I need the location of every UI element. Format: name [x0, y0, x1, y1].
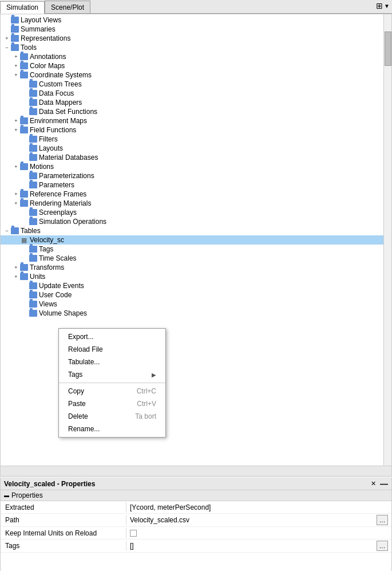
tree-item-material-databases[interactable]: Material Databases: [1, 153, 383, 162]
tree-item-velocity-scaled[interactable]: ▦Velocity_sc: [1, 235, 383, 245]
ctx-label: Tags: [68, 371, 82, 379]
tree-item-reference-frames[interactable]: +Reference Frames: [1, 190, 383, 199]
tree-item-filters[interactable]: Filters: [1, 135, 383, 144]
tree-item-label: Representations: [21, 34, 70, 42]
no-expand: [21, 245, 29, 253]
expand-icon[interactable]: +: [12, 190, 20, 198]
tab-simulation-label: Simulation: [6, 3, 38, 11]
expand-icon[interactable]: +: [12, 117, 20, 125]
tree-item-user-code[interactable]: User Code: [1, 290, 383, 300]
tree-item-data-focus[interactable]: Data Focus: [1, 89, 383, 98]
section-collapse-icon[interactable]: ▬: [4, 493, 9, 498]
tree-item-parameterizations[interactable]: Parameterizations: [1, 171, 383, 180]
tree-item-volume-shapes[interactable]: Volume Shapes: [1, 309, 383, 318]
folder-icon: [29, 81, 37, 88]
context-menu-item-4[interactable]: CopyCtrl+C: [59, 385, 165, 397]
properties-title: Velocity_scaled - Properties: [4, 480, 369, 488]
tree-item-tables[interactable]: −Tables: [1, 226, 383, 235]
context-menu-item-5[interactable]: PasteCtrl+V: [59, 397, 165, 410]
tree-icon[interactable]: ⊞: [376, 1, 383, 10]
tree-item-layouts[interactable]: Layouts: [1, 144, 383, 153]
tree-item-label: Volume Shapes: [39, 309, 87, 317]
tab-simulation[interactable]: Simulation: [0, 1, 45, 14]
tree-item-annotations[interactable]: +Annotations: [1, 52, 383, 61]
folder-icon: [29, 310, 37, 317]
no-expand: [21, 181, 29, 189]
tree-item-screenplays[interactable]: Screenplays: [1, 208, 383, 217]
folder-icon: [29, 154, 37, 161]
tree-item-custom-trees[interactable]: Custom Trees: [1, 80, 383, 89]
expand-icon[interactable]: +: [12, 273, 20, 281]
tree-item-transforms[interactable]: +Transforms: [1, 263, 383, 272]
no-expand: [21, 208, 29, 216]
folder-icon: [29, 108, 37, 115]
expand-icon[interactable]: +: [12, 53, 20, 61]
folder-icon: [29, 136, 37, 143]
collapse-icon[interactable]: −: [3, 44, 11, 52]
tree-item-label: Velocity_sc: [30, 236, 64, 244]
folder-icon: [29, 255, 37, 262]
tree-item-label: Coordinate Systems: [30, 71, 92, 79]
tree-item-data-mappers[interactable]: Data Mappers: [1, 98, 383, 107]
ctx-shortcut: Ctrl+C: [137, 387, 156, 395]
context-menu-item-3[interactable]: Tags▶: [59, 368, 165, 381]
tree-item-summaries[interactable]: Summaries: [1, 25, 383, 34]
tree-item-environment-maps[interactable]: +Environment Maps: [1, 116, 383, 125]
tree-item-motions[interactable]: +Motions: [1, 162, 383, 171]
tree-item-tools[interactable]: −Tools: [1, 43, 383, 52]
expand-icon[interactable]: +: [12, 163, 20, 171]
tree-item-color-maps[interactable]: +Color Maps: [1, 61, 383, 70]
checkbox-2[interactable]: [130, 530, 137, 537]
tree-item-simulation-operations[interactable]: Simulation Operations: [1, 217, 383, 226]
collapse-icon[interactable]: −: [3, 227, 11, 235]
expand-icon[interactable]: +: [12, 71, 20, 79]
tab-scene-plot[interactable]: Scene/Plot: [45, 1, 90, 13]
tree-item-field-functions[interactable]: +Field Functions: [1, 125, 383, 135]
tree-item-label: Summaries: [21, 25, 56, 33]
expand-icon[interactable]: +: [12, 263, 20, 271]
tree-item-parameters[interactable]: Parameters: [1, 180, 383, 190]
tree-item-time-scales[interactable]: Time Scales: [1, 254, 383, 263]
props-ellipsis-btn-3[interactable]: …: [377, 541, 388, 551]
dropdown-icon[interactable]: ▼: [384, 3, 390, 9]
folder-icon: [20, 264, 28, 271]
context-menu-item-2[interactable]: Tabulate...: [59, 356, 165, 368]
expand-icon[interactable]: +: [12, 199, 20, 207]
folder-icon: [20, 62, 28, 69]
tree-item-update-events[interactable]: Update Events: [1, 281, 383, 290]
tree-item-units[interactable]: +Units: [1, 272, 383, 281]
tree-item-data-set-functions[interactable]: Data Set Functions: [1, 107, 383, 116]
properties-minimize-button[interactable]: —: [380, 479, 388, 489]
props-key-0: Extracted: [1, 502, 126, 513]
tree-item-label: Time Scales: [39, 254, 77, 262]
folder-icon: [29, 182, 37, 188]
folder-icon: [20, 117, 28, 124]
props-val-3: [] …: [126, 540, 391, 552]
scrollbar-thumb[interactable]: [385, 31, 391, 66]
tree-item-rendering-materials[interactable]: +Rendering Materials: [1, 199, 383, 208]
context-menu-item-0[interactable]: Export...: [59, 330, 165, 343]
tree-item-views[interactable]: Views: [1, 300, 383, 309]
status-bar: [0, 466, 392, 477]
properties-close-button[interactable]: ✕: [369, 480, 378, 487]
context-menu-item-1[interactable]: Reload File: [59, 343, 165, 356]
folder-icon: [29, 145, 37, 152]
tree-item-layout-views[interactable]: Layout Views: [1, 15, 383, 25]
bottom-area: Velocity_scaled - Properties ✕ — ▬ Prope…: [0, 477, 392, 571]
ctx-label: Rename...: [68, 425, 100, 433]
tree-item-representations[interactable]: +Representations: [1, 34, 383, 43]
expand-icon[interactable]: +: [12, 62, 20, 70]
tree-item-tags[interactable]: Tags: [1, 245, 383, 254]
expand-icon[interactable]: +: [3, 34, 11, 42]
props-ellipsis-btn-1[interactable]: …: [377, 515, 388, 525]
vertical-scrollbar[interactable]: [383, 14, 391, 466]
no-expand: [3, 25, 11, 33]
ctx-label: Copy: [68, 387, 84, 395]
context-menu-item-7[interactable]: Rename...: [59, 423, 165, 435]
ctx-separator: [59, 383, 165, 383]
context-menu-item-6[interactable]: DeleteTa bort: [59, 410, 165, 423]
tree-item-coordinate-systems[interactable]: +Coordinate Systems: [1, 70, 383, 80]
no-expand: [12, 236, 20, 244]
expand-icon[interactable]: +: [12, 126, 20, 134]
props-val-1: Velocity_scaled.csv …: [126, 514, 391, 526]
